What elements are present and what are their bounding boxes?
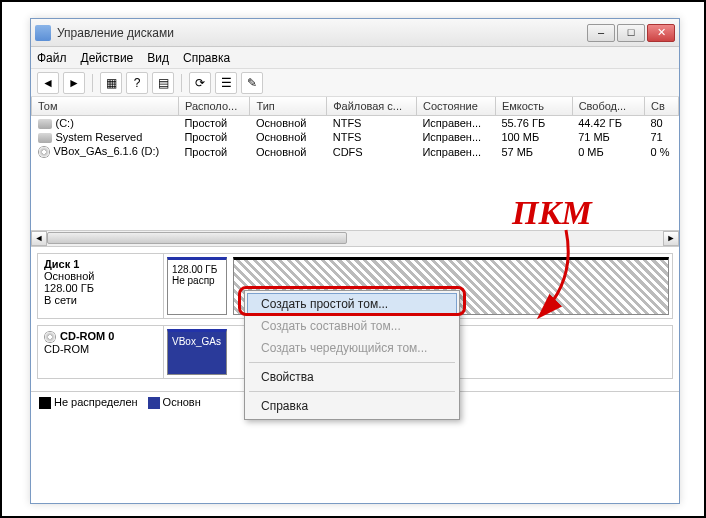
menu-view[interactable]: Вид (147, 51, 169, 65)
ctx-create-spanned-volume: Создать составной том... (247, 315, 457, 337)
col-status[interactable]: Состояние (416, 97, 495, 116)
table-header-row: Том Располо... Тип Файловая с... Состоян… (32, 97, 679, 116)
ctx-separator (249, 391, 455, 392)
toolbar: ◄ ► ▦ ? ▤ ⟳ ☰ ✎ (31, 69, 679, 97)
disk-1-name: Диск 1 (44, 258, 157, 270)
cd-icon (38, 146, 50, 158)
disk-1-status: В сети (44, 294, 157, 306)
scroll-left-arrow[interactable]: ◄ (31, 231, 47, 246)
legend-unalloc-swatch (39, 397, 51, 409)
ctx-help[interactable]: Справка (247, 395, 457, 417)
scroll-thumb[interactable] (47, 232, 347, 244)
toolbar-icon-1[interactable]: ▦ (100, 72, 122, 94)
col-fs[interactable]: Файловая с... (327, 97, 417, 116)
cd-icon (44, 331, 56, 343)
ctx-properties[interactable]: Свойства (247, 366, 457, 388)
col-volume[interactable]: Том (32, 97, 179, 116)
col-layout[interactable]: Располо... (178, 97, 250, 116)
app-icon (35, 25, 51, 41)
forward-button[interactable]: ► (63, 72, 85, 94)
col-type[interactable]: Тип (250, 97, 327, 116)
ctx-separator (249, 362, 455, 363)
help-icon[interactable]: ? (126, 72, 148, 94)
col-free[interactable]: Свобод... (572, 97, 644, 116)
menu-help[interactable]: Справка (183, 51, 230, 65)
cdrom-partition[interactable]: VBox_GAs (167, 329, 227, 375)
table-row[interactable]: VBox_GAs_6.1.6 (D:)ПростойОсновнойCDFSИс… (32, 144, 679, 159)
window-title: Управление дисками (57, 26, 587, 40)
toolbar-icon-2[interactable]: ▤ (152, 72, 174, 94)
cdrom-type: CD-ROM (44, 343, 157, 355)
titlebar[interactable]: Управление дисками – □ ✕ (31, 19, 679, 47)
volume-table: Том Располо... Тип Файловая с... Состоян… (31, 97, 679, 247)
menu-bar: Файл Действие Вид Справка (31, 47, 679, 69)
horizontal-scrollbar[interactable]: ◄ ► (31, 230, 679, 246)
disk-1-type: Основной (44, 270, 157, 282)
toolbar-icon-3[interactable]: ☰ (215, 72, 237, 94)
refresh-icon[interactable]: ⟳ (189, 72, 211, 94)
col-pct[interactable]: Св (644, 97, 678, 116)
ctx-create-striped-volume: Создать чередующийся том... (247, 337, 457, 359)
context-menu: Создать простой том... Создать составной… (244, 290, 460, 420)
disk-1-size: 128.00 ГБ (44, 282, 157, 294)
close-button[interactable]: ✕ (647, 24, 675, 42)
toolbar-icon-4[interactable]: ✎ (241, 72, 263, 94)
disk-1-info: Диск 1 Основной 128.00 ГБ В сети (38, 254, 164, 318)
cdrom-info: CD-ROM 0 CD-ROM (38, 326, 164, 378)
col-capacity[interactable]: Емкость (495, 97, 572, 116)
disk-1-partition[interactable]: 128.00 ГБ Не распр (167, 257, 227, 315)
table-row[interactable]: (C:)ПростойОсновнойNTFSИсправен...55.76 … (32, 116, 679, 131)
ctx-create-simple-volume[interactable]: Создать простой том... (247, 293, 457, 315)
scroll-right-arrow[interactable]: ► (663, 231, 679, 246)
legend-primary-swatch (148, 397, 160, 409)
table-row[interactable]: System ReservedПростойОсновнойNTFSИсправ… (32, 130, 679, 144)
back-button[interactable]: ◄ (37, 72, 59, 94)
minimize-button[interactable]: – (587, 24, 615, 42)
disk-management-window: Управление дисками – □ ✕ Файл Действие В… (30, 18, 680, 504)
menu-file[interactable]: Файл (37, 51, 67, 65)
hdd-icon (38, 119, 52, 129)
hdd-icon (38, 133, 52, 143)
menu-action[interactable]: Действие (81, 51, 134, 65)
maximize-button[interactable]: □ (617, 24, 645, 42)
